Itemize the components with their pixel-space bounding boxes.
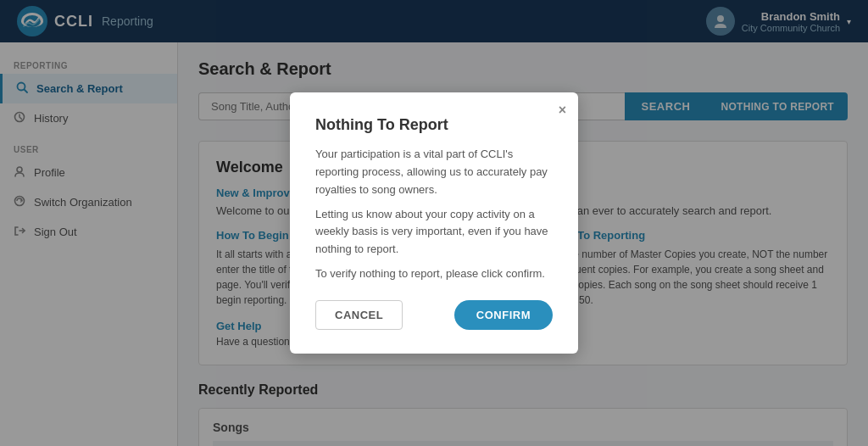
modal-paragraph-2: Letting us know about your copy activity… [315,206,553,259]
modal-title: Nothing To Report [315,116,553,134]
modal-paragraph-3: To verify nothing to report, please clic… [315,265,553,283]
modal-overlay: × Nothing To Report Your participation i… [0,0,868,446]
cancel-button[interactable]: CANCEL [315,300,403,330]
modal-actions: CANCEL CONFIRM [315,300,553,330]
modal-paragraph-1: Your participation is a vital part of CC… [315,146,553,198]
nothing-to-report-modal: × Nothing To Report Your participation i… [290,92,578,354]
confirm-button[interactable]: CONFIRM [454,300,553,330]
modal-close-button[interactable]: × [559,103,566,118]
